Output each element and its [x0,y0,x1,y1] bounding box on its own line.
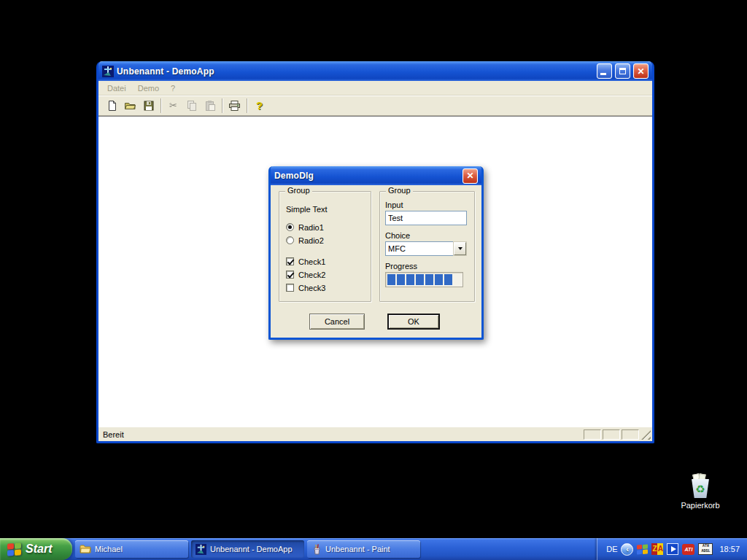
status-panes [584,429,639,440]
input-label: Input [385,201,474,209]
open-folder-button[interactable] [121,97,139,114]
adsl-monitor-icon[interactable]: ATH ADSL [698,543,713,555]
radio2-label: Radio2 [298,236,324,245]
check3-label: Check3 [298,284,325,292]
progress-bar [385,272,463,287]
dialog-body: Group Simple Text Radio1 Radio2 Check1 [271,185,481,338]
recycle-bin-label: Papierkorb [674,501,727,510]
maximize-button[interactable] [615,63,630,79]
check3-option[interactable]: Check3 [286,283,371,292]
toolbar: ✂ ? [98,96,652,116]
toolbar-separator [222,98,222,113]
toolbar-separator [160,98,161,113]
window-title: Unbenannt - DemoApp [117,66,594,77]
checkbox-icon[interactable] [286,271,294,279]
menu-help[interactable]: ? [165,82,181,94]
maximize-icon [619,68,626,74]
choice-value: MFC [386,244,454,253]
recycle-basket: ♻ [691,479,710,498]
choice-label: Choice [385,231,474,240]
copy-icon [186,100,198,112]
windows-logo-icon[interactable] [637,544,648,554]
left-group-label: Group [285,186,312,195]
new-document-button[interactable] [103,97,121,114]
toolbar-separator [247,98,247,113]
ok-button[interactable]: OK [387,314,440,330]
menu-datei[interactable]: Datei [101,82,132,94]
recycle-arrows-icon: ♻ [695,483,705,494]
folder-icon [80,544,91,554]
clock[interactable]: 18:57 [719,545,740,553]
cancel-button[interactable]: Cancel [309,314,365,330]
system-tray: DE ‹ Z A ATI ATH ADSL 18:57 [597,538,747,560]
window-titlebar[interactable]: Unbenannt - DemoApp ✕ [98,61,652,81]
media-player-icon[interactable] [667,543,678,555]
print-icon [228,100,241,112]
taskbar-item-demoapp[interactable]: Unbenannt - DemoApp [191,540,304,558]
radio1-option[interactable]: Radio1 [286,222,371,232]
print-button[interactable] [225,97,244,114]
close-button[interactable]: ✕ [633,63,649,79]
taskbar-item-paint[interactable]: Unbenannt - Paint [307,540,420,558]
dialog-close-button[interactable]: ✕ [462,168,478,184]
open-folder-icon [124,100,136,112]
task-label: Michael [95,545,123,553]
right-groupbox: Group Input Choice MFC Progress [379,191,475,302]
demodlg-dialog: DemoDlg ✕ Group Simple Text Radio1 Radio… [268,166,484,340]
checkbox-icon[interactable] [286,257,294,265]
close-icon: ✕ [466,171,473,180]
paste-button[interactable] [201,97,219,114]
zonealarm-icon[interactable]: Z A [651,543,663,555]
input-field[interactable] [385,211,467,225]
checkbox-icon[interactable] [286,284,294,292]
help-icon: ? [256,99,263,112]
right-group-label: Group [386,186,413,195]
check1-option[interactable]: Check1 [286,257,371,266]
taskbar-item-michael[interactable]: Michael [75,540,188,558]
choice-combobox[interactable]: MFC [385,241,467,256]
adsl-text-line2: ADSL [699,549,712,554]
left-groupbox: Group Simple Text Radio1 Radio2 Check1 [279,191,371,302]
demoapp-icon [196,544,206,555]
paint-icon [311,544,322,555]
help-button[interactable]: ? [250,97,268,114]
check2-label: Check2 [298,271,325,279]
language-indicator[interactable]: DE [606,545,617,553]
save-button[interactable] [139,97,158,114]
radio1-label: Radio1 [298,223,324,232]
adsl-text-line1: ATH [699,544,712,549]
combo-dropdown-button[interactable] [454,242,466,255]
recycle-bin-icon[interactable]: ♻ [688,474,713,499]
copy-button[interactable] [182,97,201,114]
status-pane [603,429,620,440]
play-icon [671,546,676,552]
recycle-bin-desktop-icon[interactable]: ♻ Papierkorb [674,474,727,510]
minimize-icon [600,73,606,75]
simple-text-label: Simple Text [286,205,371,214]
menu-demo[interactable]: Demo [132,82,165,94]
new-document-icon [107,100,118,112]
check2-option[interactable]: Check2 [286,270,371,279]
ati-icon[interactable]: ATI [682,544,694,555]
radio2-option[interactable]: Radio2 [286,236,371,245]
minimize-button[interactable] [597,63,612,79]
chevron-down-icon [458,247,462,250]
cut-icon: ✂ [169,100,177,111]
resize-grip[interactable] [641,430,651,440]
taskbar: Start Michael Unbenannt - DemoApp Unbena… [0,538,747,560]
radio-icon[interactable] [286,236,294,244]
radio-icon[interactable] [286,223,294,231]
check1-label: Check1 [298,257,325,266]
close-icon: ✕ [637,67,644,76]
dialog-title: DemoDlg [274,171,460,181]
status-bar: Bereit [98,427,652,441]
hide-icons-chevron[interactable]: ‹ [621,543,633,556]
save-icon [143,100,155,112]
demoapp-icon [102,66,114,77]
status-pane [584,429,601,440]
status-text: Bereit [103,430,124,439]
progress-label: Progress [385,262,474,271]
dialog-titlebar[interactable]: DemoDlg ✕ [271,166,481,185]
cut-button[interactable]: ✂ [164,97,182,114]
start-button[interactable]: Start [0,538,72,560]
